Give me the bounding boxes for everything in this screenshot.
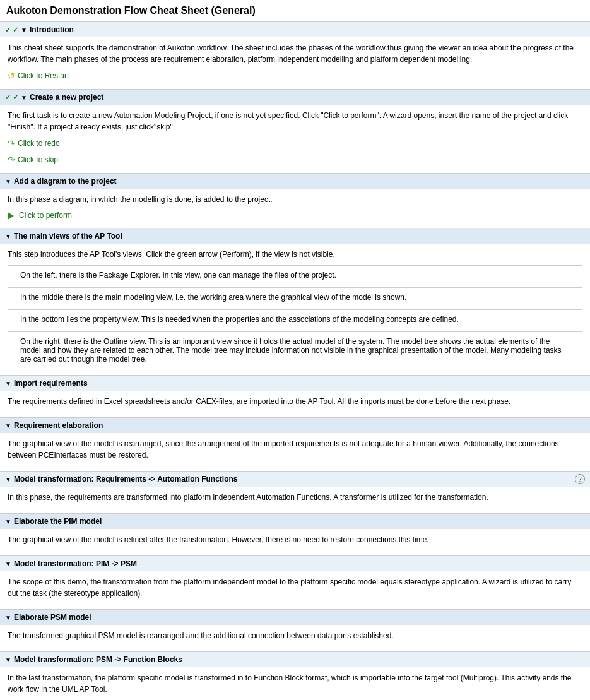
section-header-main-views[interactable]: ▼The main views of the AP Tool <box>0 228 590 244</box>
section-label: Introduction <box>30 25 74 34</box>
section-text-create-new-project: The first task is to create a new Automa… <box>8 110 582 133</box>
perform-icon <box>8 212 14 220</box>
action-restart[interactable]: Click to Restart <box>8 71 69 81</box>
section-body-model-transformation-req: In this phase, the requirements are tran… <box>0 487 590 513</box>
section-body-import-requirements: The requirements defined in Excel spread… <box>0 391 590 417</box>
section-header-elaborate-pim[interactable]: ▼Elaborate the PIM model <box>0 514 590 529</box>
section-header-create-new-project[interactable]: ✓ ✓▼Create a new project <box>0 90 590 105</box>
section-header-model-transformation-pim[interactable]: ▼Model transformation: PIM -> PSM <box>0 556 590 571</box>
collapse-arrow: ▼ <box>5 380 11 387</box>
section-label: Elaborate the PIM model <box>14 517 102 526</box>
action-perform[interactable]: Click to perform <box>8 211 72 220</box>
page-title: Aukoton Demonstration Flow Cheat Sheet (… <box>0 0 590 22</box>
sub-item-3: On the right, there is the Outline view.… <box>8 331 582 369</box>
collapse-arrow: ▼ <box>5 561 11 567</box>
section-main-views: ▼The main views of the AP ToolThis step … <box>0 228 590 376</box>
section-text-import-requirements: The requirements defined in Excel spread… <box>8 396 582 407</box>
check-icon: ✓ ✓ <box>5 93 18 102</box>
section-text-requirement-elaboration: The graphical view of the model is rearr… <box>8 438 582 461</box>
sub-item-1: In the middle there is the main modeling… <box>8 287 582 307</box>
action-label-perform: Click to perform <box>19 211 72 220</box>
skip-icon <box>8 155 15 165</box>
section-header-model-transformation-req[interactable]: ▼Model transformation: Requirements -> A… <box>0 472 590 487</box>
section-label: Model transformation: PSM -> Function Bl… <box>14 655 182 664</box>
redo-icon <box>8 138 15 148</box>
section-elaborate-pim: ▼Elaborate the PIM modelThe graphical vi… <box>0 514 590 556</box>
section-text-main-views: This step introduces the AP Tool's views… <box>8 249 582 260</box>
check-icon: ✓ ✓ <box>5 26 18 34</box>
section-header-import-requirements[interactable]: ▼Import requirements <box>0 376 590 391</box>
section-label: The main views of the AP Tool <box>14 232 122 240</box>
section-body-add-diagram: In this phase a diagram, in which the mo… <box>0 189 590 228</box>
section-label: Import requirements <box>14 379 88 388</box>
section-header-model-transformation-psm[interactable]: ▼Model transformation: PSM -> Function B… <box>0 652 590 667</box>
collapse-arrow: ▼ <box>21 94 27 101</box>
section-body-create-new-project: The first task is to create a new Automa… <box>0 105 590 173</box>
section-body-model-transformation-psm: In the last transformation, the platform… <box>0 667 590 700</box>
collapse-arrow: ▼ <box>5 518 11 525</box>
section-label: Elaborate PSM model <box>14 613 91 622</box>
section-label: Requirement elaboration <box>14 421 103 430</box>
section-create-new-project: ✓ ✓▼Create a new projectThe first task i… <box>0 90 590 174</box>
section-model-transformation-pim: ▼Model transformation: PIM -> PSMThe sco… <box>0 556 590 610</box>
section-elaborate-psm: ▼Elaborate PSM modelThe transformed grap… <box>0 610 590 652</box>
section-model-transformation-psm: ▼Model transformation: PSM -> Function B… <box>0 652 590 700</box>
section-body-elaborate-pim: The graphical view of the model is refin… <box>0 529 590 555</box>
section-text-introduction: This cheat sheet supports the demonstrat… <box>8 42 582 65</box>
collapse-arrow: ▼ <box>5 422 11 429</box>
section-model-transformation-req: ▼Model transformation: Requirements -> A… <box>0 472 590 514</box>
section-body-introduction: This cheat sheet supports the demonstrat… <box>0 37 590 89</box>
collapse-arrow: ▼ <box>5 178 11 185</box>
section-text-add-diagram: In this phase a diagram, in which the mo… <box>8 194 582 205</box>
sub-item-2: In the bottom lies the property view. Th… <box>8 309 582 329</box>
collapse-arrow: ▼ <box>5 233 11 240</box>
action-label-skip: Click to skip <box>18 155 58 164</box>
section-text-elaborate-psm: The transformed graphical PSM model is r… <box>8 630 582 641</box>
section-add-diagram: ▼Add a diagram to the projectIn this pha… <box>0 174 590 228</box>
section-text-elaborate-pim: The graphical view of the model is refin… <box>8 534 582 545</box>
section-body-model-transformation-pim: The scope of this demo, the transformati… <box>0 571 590 609</box>
section-header-requirement-elaboration[interactable]: ▼Requirement elaboration <box>0 418 590 433</box>
section-requirement-elaboration: ▼Requirement elaborationThe graphical vi… <box>0 418 590 472</box>
section-label: Add a diagram to the project <box>14 177 117 186</box>
section-text-model-transformation-pim: The scope of this demo, the transformati… <box>8 576 582 599</box>
section-label: Model transformation: PIM -> PSM <box>14 559 137 568</box>
section-body-main-views: This step introduces the AP Tool's views… <box>0 244 590 375</box>
collapse-arrow: ▼ <box>21 27 27 33</box>
collapse-arrow: ▼ <box>5 656 11 663</box>
section-label: Model transformation: Requirements -> Au… <box>14 475 238 483</box>
section-header-elaborate-psm[interactable]: ▼Elaborate PSM model <box>0 610 590 625</box>
section-label: Create a new project <box>30 93 103 102</box>
action-label-redo: Click to redo <box>18 139 60 148</box>
section-body-requirement-elaboration: The graphical view of the model is rearr… <box>0 433 590 471</box>
section-import-requirements: ▼Import requirementsThe requirements def… <box>0 376 590 418</box>
section-text-model-transformation-psm: In the last transformation, the platform… <box>8 672 582 695</box>
section-header-add-diagram[interactable]: ▼Add a diagram to the project <box>0 174 590 189</box>
action-label-restart: Click to Restart <box>18 71 69 80</box>
action-redo[interactable]: Click to redo <box>8 138 60 148</box>
section-text-model-transformation-req: In this phase, the requirements are tran… <box>8 492 582 503</box>
restart-icon <box>8 71 15 81</box>
sections-container: ✓ ✓▼IntroductionThis cheat sheet support… <box>0 22 590 700</box>
action-skip[interactable]: Click to skip <box>8 155 58 165</box>
section-header-introduction[interactable]: ✓ ✓▼Introduction <box>0 22 590 37</box>
collapse-arrow: ▼ <box>5 476 11 483</box>
sub-item-0: On the left, there is the Package Explor… <box>8 265 582 285</box>
section-body-elaborate-psm: The transformed graphical PSM model is r… <box>0 625 590 651</box>
section-introduction: ✓ ✓▼IntroductionThis cheat sheet support… <box>0 22 590 90</box>
help-icon[interactable]: ? <box>575 474 585 484</box>
collapse-arrow: ▼ <box>5 614 11 621</box>
